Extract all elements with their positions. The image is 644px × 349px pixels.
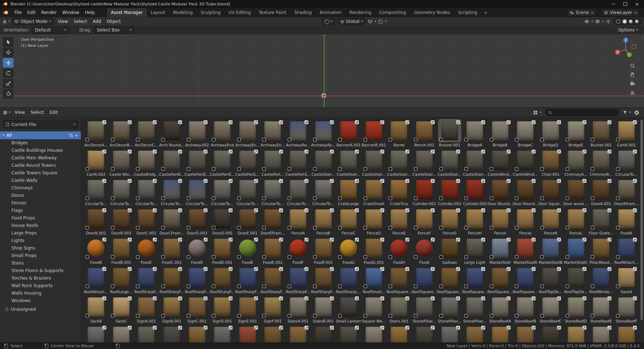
tab-shading[interactable]: Shading: [290, 8, 316, 17]
edit-asset-icon[interactable]: [557, 120, 561, 124]
visibility-dropdown-icon[interactable]: ▾: [591, 20, 593, 23]
edit-asset-icon[interactable]: [204, 267, 208, 271]
edit-asset-icon[interactable]: [431, 326, 435, 330]
edit-asset-icon[interactable]: [405, 120, 409, 124]
asset-tile[interactable]: FoodE: [235, 236, 260, 266]
asset-tile[interactable]: SlabsB.001: [311, 295, 336, 324]
asset-tile[interactable]: StoneRoofD: [563, 295, 589, 324]
tool-move-button[interactable]: [3, 58, 14, 68]
edit-asset-icon[interactable]: [254, 120, 258, 124]
asset-tile[interactable]: DoorEFram...: [260, 207, 286, 236]
asset-tile[interactable]: ArchwayEn...: [235, 119, 260, 148]
asset-tile[interactable]: [614, 324, 639, 343]
edit-asset-icon[interactable]: [330, 296, 334, 300]
asset-tile[interactable]: FoodD.001: [210, 236, 235, 266]
edit-asset-icon[interactable]: [330, 150, 334, 154]
edit-asset-icon[interactable]: [279, 326, 283, 330]
edit-asset-icon[interactable]: [481, 208, 485, 212]
blender-menu-icon[interactable]: [3, 10, 9, 15]
edit-asset-icon[interactable]: [532, 208, 536, 212]
edit-asset-icon[interactable]: [582, 326, 586, 330]
asset-tile[interactable]: ArcDecorB...: [109, 119, 134, 148]
perspective-toggle-icon[interactable]: [630, 90, 635, 96]
edit-asset-icon[interactable]: [153, 208, 157, 212]
asset-tile[interactable]: StoneRoofB: [513, 295, 538, 324]
edit-asset-icon[interactable]: [481, 326, 485, 330]
asset-tile[interactable]: Arch Round...: [159, 119, 185, 148]
catalog-item-wall-rock-supports[interactable]: Wall Rock Supports: [0, 282, 81, 290]
edit-asset-icon[interactable]: [304, 150, 308, 154]
edit-asset-icon[interactable]: [507, 296, 511, 300]
asset-tile[interactable]: DoorB.002: [83, 207, 109, 236]
edit-asset-icon[interactable]: [254, 179, 258, 183]
edit-asset-icon[interactable]: [582, 120, 586, 124]
asset-tile[interactable]: Archway.002: [184, 119, 210, 148]
options-dropdown[interactable]: Options▾: [616, 27, 640, 33]
edit-asset-icon[interactable]: [481, 238, 485, 242]
overlays-icon[interactable]: [595, 19, 600, 24]
edit-asset-icon[interactable]: [557, 238, 561, 242]
edit-asset-icon[interactable]: [153, 296, 157, 300]
edit-asset-icon[interactable]: [481, 296, 485, 300]
asset-tile[interactable]: Gallows: [437, 236, 462, 266]
asset-tile[interactable]: Large Light: [462, 236, 488, 266]
asset-tile[interactable]: CircularTo...: [614, 148, 639, 178]
tab-asset-manager[interactable]: Asset Manager: [107, 8, 147, 17]
asset-tile[interactable]: CastleStair...: [386, 148, 412, 178]
edit-asset-icon[interactable]: [633, 179, 637, 183]
edit-asset-icon[interactable]: [608, 238, 611, 242]
edit-asset-icon[interactable]: [355, 267, 359, 271]
edit-asset-icon[interactable]: [229, 208, 233, 212]
shading-material-icon[interactable]: [629, 20, 633, 23]
catalog-item-windows[interactable]: Windows: [0, 297, 81, 305]
catalog-item-walls-housing[interactable]: Walls Housing: [0, 290, 81, 297]
asset-tile[interactable]: FoodA: [614, 207, 639, 236]
asset-tile[interactable]: DoorD.003: [184, 207, 210, 236]
menu-help[interactable]: Help: [82, 9, 97, 16]
tool-scale-button[interactable]: [3, 79, 14, 88]
edit-asset-icon[interactable]: [178, 296, 182, 300]
shading-solid-icon[interactable]: [623, 20, 626, 23]
asset-tile[interactable]: SignE.001: [235, 295, 260, 324]
edit-asset-icon[interactable]: [204, 179, 208, 183]
asset-tile[interactable]: RoofSquare...: [513, 266, 538, 295]
edit-asset-icon[interactable]: [204, 208, 208, 212]
tool-rotate-button[interactable]: [3, 68, 14, 78]
edit-asset-icon[interactable]: [128, 238, 132, 242]
asset-tile[interactable]: CastlePartL...: [235, 148, 260, 178]
display-size-dropdown-icon[interactable]: ▾: [540, 111, 541, 114]
asset-tile[interactable]: StoneRoofF: [614, 295, 639, 324]
edit-asset-icon[interactable]: [532, 150, 536, 154]
edit-asset-icon[interactable]: [380, 150, 384, 154]
settings-gear-icon[interactable]: [634, 110, 639, 115]
edit-asset-icon[interactable]: [304, 326, 308, 330]
edit-asset-icon[interactable]: [178, 208, 182, 212]
asset-tile[interactable]: RoofSharpF...: [134, 266, 159, 295]
catalog-item-chimneys[interactable]: Chimneys: [0, 184, 81, 192]
asset-tile[interactable]: SackB: [83, 295, 109, 324]
asset-tile[interactable]: RoofSharpF...: [159, 266, 185, 295]
asset-tile[interactable]: StonePillar...: [412, 295, 437, 324]
viewport-menu-add[interactable]: Add: [90, 18, 104, 25]
viewlayer-unlink-icon[interactable]: ×: [634, 11, 637, 15]
asset-tile[interactable]: RoofAttach...: [614, 236, 639, 266]
asset-tile[interactable]: Door Squar...: [538, 178, 564, 207]
asset-tile[interactable]: CrateSmall: [361, 178, 387, 207]
asset-tile[interactable]: CastleStair...: [437, 148, 462, 178]
edit-asset-icon[interactable]: [405, 179, 409, 183]
asset-tile[interactable]: Barrel: [386, 119, 412, 148]
asset-menu-select[interactable]: Select: [28, 109, 47, 116]
asset-tile[interactable]: CircularTo...: [235, 178, 260, 207]
editor-type-icon[interactable]: [2, 19, 7, 24]
edit-asset-icon[interactable]: [557, 179, 561, 183]
edit-asset-icon[interactable]: [355, 150, 359, 154]
edit-asset-icon[interactable]: [178, 179, 182, 183]
edit-asset-icon[interactable]: [355, 120, 359, 124]
visibility-icon[interactable]: [584, 19, 589, 24]
asset-source-dropdown[interactable]: Current File ▾: [3, 120, 78, 129]
asset-tile[interactable]: FenceH: [462, 207, 488, 236]
edit-asset-icon[interactable]: [608, 326, 611, 330]
catalog-item-lights[interactable]: Lights: [0, 237, 81, 244]
asset-tile[interactable]: [386, 324, 412, 343]
filter-icon[interactable]: [623, 110, 627, 115]
